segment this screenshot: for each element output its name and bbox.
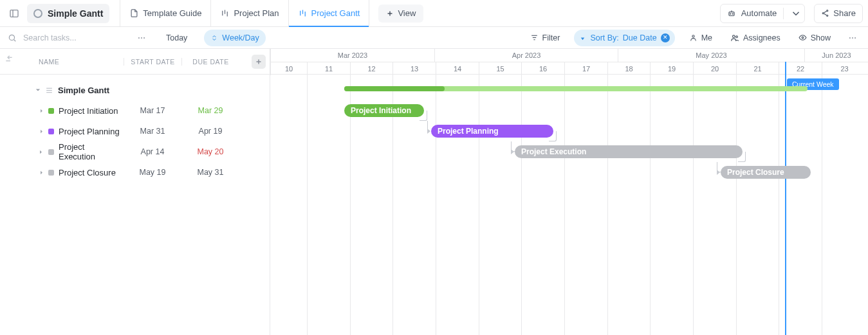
filter-icon	[530, 33, 539, 42]
divider	[783, 8, 784, 19]
cell-due[interactable]: Mar 29	[181, 106, 239, 115]
task-name: Project Initiation	[59, 106, 118, 116]
task-name: Project Closure	[59, 168, 116, 177]
cell-due[interactable]: Apr 19	[181, 127, 239, 136]
expand-toggle[interactable]	[39, 108, 44, 113]
task-row[interactable]: Project Initiation Mar 17 Mar 29	[0, 100, 270, 121]
svg-point-22	[141, 37, 142, 39]
svg-point-23	[143, 37, 145, 39]
robot-icon	[727, 9, 736, 18]
svg-point-12	[732, 14, 733, 14]
task-rows: Simple Gantt Project Initiation Mar 17 M…	[0, 75, 270, 183]
expand-toggle[interactable]	[39, 149, 44, 154]
svg-line-18	[824, 14, 827, 15]
search-options-button[interactable]	[134, 30, 149, 46]
svg-point-29	[735, 35, 737, 37]
filter-label: Filter	[542, 33, 560, 42]
automate-button[interactable]: Automate	[720, 4, 806, 23]
expand-toggle[interactable]	[39, 170, 44, 175]
svg-point-33	[854, 37, 856, 39]
list-name: Simple Gantt	[48, 8, 103, 19]
show-label: Show	[811, 33, 831, 42]
list-chip[interactable]: Simple Gantt	[27, 4, 109, 23]
svg-point-32	[852, 37, 853, 39]
col-due[interactable]: Due Date	[181, 58, 239, 66]
filter-button[interactable]: Filter	[526, 31, 564, 45]
person-icon	[689, 33, 697, 42]
cell-start[interactable]: May 19	[124, 168, 181, 177]
cell-start[interactable]: Mar 31	[124, 127, 181, 136]
task-row-parent[interactable]: Simple Gantt	[0, 80, 270, 100]
timeline-week: 12	[350, 62, 392, 75]
timeline-week: 18	[607, 62, 650, 75]
show-button[interactable]: Show	[795, 31, 835, 45]
summary-row	[270, 80, 868, 100]
status-swatch	[48, 129, 54, 134]
cell-start[interactable]: Mar 17	[124, 106, 181, 115]
collapse-toggle[interactable]	[35, 87, 41, 93]
gantt-bar[interactable]: Project Initiation	[344, 104, 424, 117]
search-wrap	[8, 33, 124, 43]
clear-sort-button[interactable]: ✕	[661, 33, 670, 42]
add-view-button[interactable]: View	[378, 5, 423, 23]
svg-point-14	[827, 10, 828, 12]
search-icon	[8, 33, 17, 42]
cell-start[interactable]: Apr 14	[124, 147, 181, 156]
me-filter-button[interactable]: Me	[685, 31, 716, 45]
me-label: Me	[701, 33, 712, 42]
tab-project-plan[interactable]: Project Plan	[211, 0, 288, 27]
svg-point-30	[802, 37, 804, 39]
gantt-bar[interactable]: Project Closure	[721, 166, 811, 179]
gantt-body: Name Start Date Due Date Simple Gantt	[0, 49, 868, 335]
svg-line-17	[824, 11, 827, 13]
automate-label: Automate	[741, 8, 777, 18]
timeline-week: 21	[736, 62, 779, 75]
share-button[interactable]: Share	[814, 4, 863, 23]
timeline-month: Mar 2023	[270, 49, 434, 62]
status-swatch	[48, 170, 54, 176]
today-button[interactable]: Today	[160, 31, 194, 45]
add-column-button[interactable]	[252, 55, 266, 69]
svg-point-15	[822, 12, 824, 14]
sort-pill[interactable]: Sort By: Due Date ✕	[574, 30, 674, 46]
search-input[interactable]	[22, 33, 99, 43]
timeline-month: Jun 2023	[804, 49, 868, 62]
collapse-panel-icon[interactable]	[5, 5, 23, 23]
timeline-rows: Project Initiation Project Planning Proj…	[270, 75, 868, 183]
eye-icon	[799, 33, 807, 42]
timeline[interactable]: Mar 2023Apr 2023May 2023Jun 2023 1011121…	[270, 49, 868, 335]
list-icon	[45, 86, 53, 95]
people-icon	[730, 33, 739, 42]
svg-point-16	[827, 15, 828, 16]
status-swatch	[48, 149, 54, 155]
task-name: Project Planning	[59, 127, 120, 136]
timeline-week: 11	[307, 62, 350, 75]
col-start[interactable]: Start Date	[124, 58, 181, 66]
assignees-label: Assignees	[743, 33, 780, 42]
ellipsis-icon	[848, 33, 857, 42]
column-headers: Name Start Date Due Date	[0, 49, 270, 75]
svg-point-19	[9, 35, 14, 40]
cell-due[interactable]: May 20	[181, 147, 239, 156]
toolbar-more-button[interactable]	[845, 30, 860, 46]
svg-point-11	[730, 14, 730, 14]
timeline-week: 15	[479, 62, 521, 75]
timeline-week: 16	[521, 62, 564, 75]
task-row[interactable]: Project Execution Apr 14 May 20	[0, 141, 270, 162]
gantt-bar[interactable]: Project Planning	[431, 125, 553, 138]
svg-point-31	[849, 37, 851, 39]
expand-toggle[interactable]	[39, 129, 44, 134]
task-row[interactable]: Project Closure May 19 May 31	[0, 162, 270, 183]
timeline-week: 13	[392, 62, 436, 75]
tab-project-gantt[interactable]: Project Gantt	[289, 0, 370, 27]
assignees-button[interactable]: Assignees	[726, 31, 784, 45]
cell-due[interactable]: May 31	[181, 168, 239, 177]
sort-field: Due Date	[623, 33, 657, 42]
col-name[interactable]: Name	[0, 58, 124, 66]
timeline-week: 20	[693, 62, 736, 75]
task-row[interactable]: Project Planning Mar 31 Apr 19	[0, 121, 270, 141]
tab-template-guide[interactable]: Template Guide	[120, 0, 211, 27]
toolbar: Today Week/Day Filter Sort By: Due Date …	[0, 27, 868, 49]
gantt-bar[interactable]: Project Execution	[515, 145, 743, 158]
zoom-range-pill[interactable]: Week/Day	[204, 30, 265, 46]
